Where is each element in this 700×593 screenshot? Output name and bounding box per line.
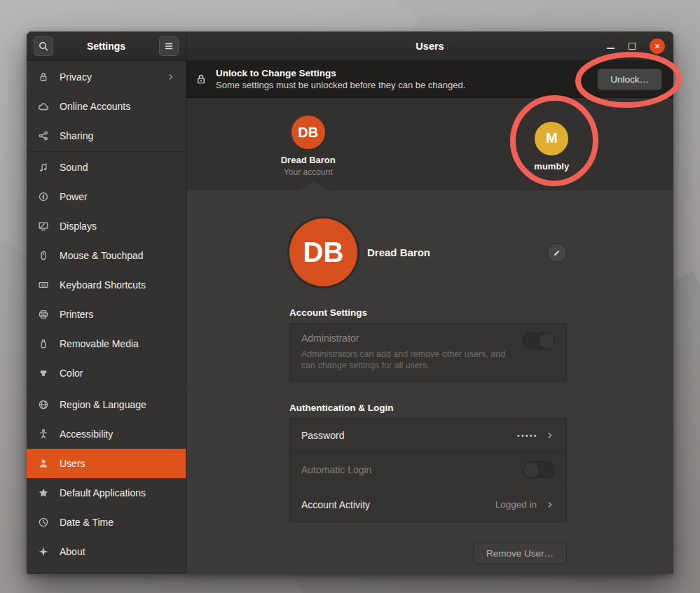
user-name: mumbly xyxy=(534,161,569,172)
user-name: Dread Baron xyxy=(281,155,336,165)
sidebar-item-label: Removable Media xyxy=(60,338,176,349)
sidebar-item-date-time[interactable]: Date & Time xyxy=(27,508,186,537)
sidebar-item-region-language[interactable]: Region & Language xyxy=(27,390,186,419)
hamburger-menu-icon xyxy=(163,41,174,52)
sidebar-nav: Privacy Online Accounts Sharing Sound Po… xyxy=(27,61,186,574)
authentication-login-card: Password ••••• Automatic Login Account A… xyxy=(289,418,567,522)
password-label: Password xyxy=(301,430,517,441)
section-heading-account-settings: Account Settings xyxy=(289,307,567,318)
sidebar-item-about[interactable]: About xyxy=(27,537,186,566)
password-row[interactable]: Password ••••• xyxy=(290,419,566,453)
selected-user-caret xyxy=(300,181,327,190)
sidebar-item-power[interactable]: Power xyxy=(27,182,186,211)
star-icon xyxy=(38,487,49,498)
account-activity-row[interactable]: Account Activity Logged in xyxy=(290,487,566,522)
sidebar-item-label: Sound xyxy=(60,162,176,173)
usb-drive-icon xyxy=(38,338,49,349)
chevron-right-icon xyxy=(166,72,176,82)
sidebar-item-displays[interactable]: Displays xyxy=(27,211,186,241)
search-icon xyxy=(38,41,49,52)
music-note-icon xyxy=(38,162,49,173)
sidebar-item-keyboard-shortcuts[interactable]: Keyboard Shortcuts xyxy=(27,270,186,300)
password-value: ••••• xyxy=(517,432,538,440)
sidebar-item-label: Accessibility xyxy=(60,428,176,440)
sidebar-item-color[interactable]: Color xyxy=(27,358,186,388)
headerbar[interactable]: Users × xyxy=(186,32,673,61)
cloud-icon xyxy=(38,101,49,112)
sidebar-item-removable-media[interactable]: Removable Media xyxy=(27,329,186,358)
chevron-right-icon xyxy=(545,431,555,440)
nav-separator xyxy=(27,151,186,152)
automatic-login-label: Automatic Login xyxy=(301,464,523,475)
actions-row: Remove User… xyxy=(289,543,567,564)
sidebar-header: Settings xyxy=(27,32,186,61)
sidebar-item-sound[interactable]: Sound xyxy=(27,153,186,182)
user-mumbly[interactable]: M mumbly xyxy=(430,98,674,190)
sidebar-title: Settings xyxy=(87,41,125,52)
mouse-icon xyxy=(38,250,49,261)
sidebar-item-label: Online Accounts xyxy=(60,101,176,112)
display-icon xyxy=(38,221,49,232)
unlock-banner: Unlock to Change Settings Some settings … xyxy=(186,61,673,98)
lock-icon xyxy=(38,71,49,83)
automatic-login-row: Automatic Login xyxy=(290,453,566,487)
keyboard-icon xyxy=(38,279,49,291)
automatic-login-toggle[interactable] xyxy=(523,461,555,478)
search-button[interactable] xyxy=(34,36,53,56)
sidebar-item-sharing[interactable]: Sharing xyxy=(27,121,186,151)
sidebar-item-privacy[interactable]: Privacy xyxy=(27,62,186,92)
sidebar-item-accessibility[interactable]: Accessibility xyxy=(27,419,186,449)
sidebar-item-label: Date & Time xyxy=(60,517,176,528)
sidebar-item-label: Displays xyxy=(60,221,176,232)
sidebar-item-label: Region & Language xyxy=(60,399,176,410)
sidebar-item-mouse-touchpad[interactable]: Mouse & Touchpad xyxy=(27,241,186,270)
administrator-toggle[interactable] xyxy=(523,333,555,349)
remove-user-button[interactable]: Remove User… xyxy=(473,543,567,564)
avatar: M xyxy=(535,122,568,155)
color-profile-icon xyxy=(38,368,49,379)
sidebar-item-label: Sharing xyxy=(60,130,176,141)
settings-window: Settings Privacy Online Accounts Sharing xyxy=(27,32,673,574)
sidebar-item-label: Color xyxy=(60,368,176,379)
sidebar-item-users[interactable]: Users xyxy=(27,449,186,478)
maximize-button[interactable] xyxy=(629,43,636,50)
user-detail-pane: DB Dread Baron Account Settings Administ… xyxy=(186,190,673,574)
administrator-label: Administrator xyxy=(301,333,555,344)
section-heading-authentication-login: Authentication & Login xyxy=(289,403,567,413)
window-controls: × xyxy=(607,32,665,60)
close-icon: × xyxy=(654,41,660,51)
sidebar-item-label: Privacy xyxy=(60,71,156,83)
toggle-knob xyxy=(538,333,555,349)
nav-separator xyxy=(27,389,186,389)
chevron-right-icon xyxy=(545,500,555,510)
sidebar-item-label: Mouse & Touchpad xyxy=(60,250,176,261)
power-icon xyxy=(38,191,49,202)
sidebar-item-default-applications[interactable]: Default Applications xyxy=(27,478,186,508)
sidebar-item-online-accounts[interactable]: Online Accounts xyxy=(27,92,186,121)
share-icon xyxy=(38,130,49,141)
profile-avatar[interactable]: DB xyxy=(289,218,357,286)
edit-name-button[interactable] xyxy=(547,243,567,263)
close-button[interactable]: × xyxy=(650,39,665,54)
toggle-knob xyxy=(523,461,540,478)
window-title: Users xyxy=(416,41,444,52)
account-activity-value: Logged in xyxy=(495,499,537,510)
banner-title: Unlock to Change Settings xyxy=(216,68,589,78)
account-settings-card: Administrator Administrators can add and… xyxy=(289,323,567,382)
sidebar-item-label: Users xyxy=(60,458,176,469)
sidebar-item-printers[interactable]: Printers xyxy=(27,300,186,329)
sidebar-item-label: Default Applications xyxy=(60,487,176,498)
printer-icon xyxy=(38,309,49,320)
user-dread-baron[interactable]: DB Dread Baron Your account xyxy=(186,98,430,190)
account-activity-label: Account Activity xyxy=(301,499,495,510)
banner-text: Unlock to Change Settings Some settings … xyxy=(216,68,589,90)
menu-button[interactable] xyxy=(159,36,179,56)
sidebar-item-label: Keyboard Shortcuts xyxy=(60,279,176,291)
user-subtitle: Your account xyxy=(284,167,333,177)
pencil-icon xyxy=(552,248,562,258)
unlock-button[interactable]: Unlock… xyxy=(597,69,662,90)
sidebar-item-label: Power xyxy=(60,191,176,202)
profile-name: Dread Baron xyxy=(367,246,547,258)
clock-icon xyxy=(38,517,49,528)
minimize-button[interactable] xyxy=(607,42,615,50)
